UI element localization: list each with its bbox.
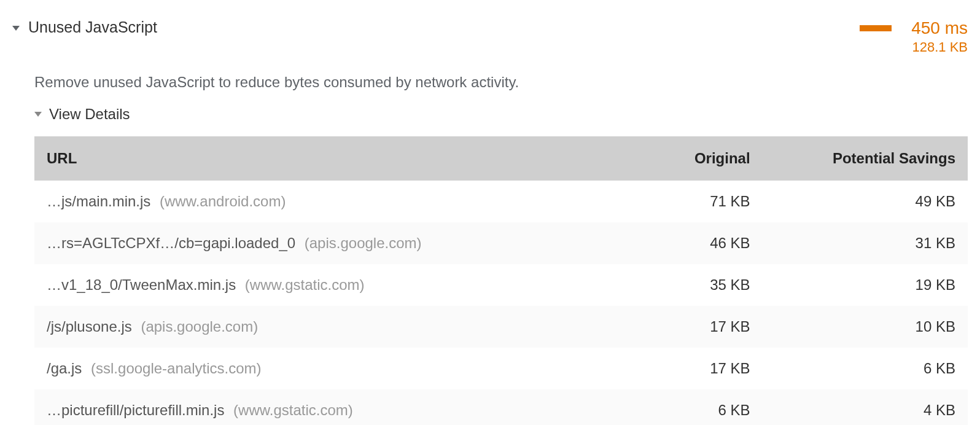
audit-panel: Unused JavaScript 450 ms 128.1 KB Remove… [12, 12, 968, 425]
cell-url: …picturefill/picturefill.min.js (www.gst… [34, 389, 594, 425]
cell-url: …rs=AGLTcCPXf…/cb=gapi.loaded_0 (apis.go… [34, 222, 594, 264]
cell-original: 6 KB [594, 389, 763, 425]
cell-url: /ga.js (ssl.google-analytics.com) [34, 348, 594, 389]
cell-savings: 6 KB [763, 348, 968, 389]
cell-savings: 31 KB [763, 222, 968, 264]
url-path[interactable]: …rs=AGLTcCPXf…/cb=gapi.loaded_0 [47, 235, 295, 251]
url-domain: (www.gstatic.com) [245, 276, 365, 293]
url-domain: (www.gstatic.com) [233, 402, 353, 418]
metric-size: 128.1 KB [912, 39, 968, 55]
url-path[interactable]: …picturefill/picturefill.min.js [47, 402, 224, 418]
audit-header-left: Unused JavaScript [12, 18, 157, 36]
cell-url: …v1_18_0/TweenMax.min.js (www.gstatic.co… [34, 264, 594, 306]
url-path[interactable]: /ga.js [47, 360, 82, 376]
cell-url: …js/main.min.js (www.android.com) [34, 181, 594, 222]
column-header-original[interactable]: Original [594, 136, 763, 181]
cell-original: 35 KB [594, 264, 763, 306]
url-domain: (ssl.google-analytics.com) [91, 360, 261, 376]
view-details-toggle[interactable]: View Details [34, 106, 968, 123]
url-path[interactable]: …v1_18_0/TweenMax.min.js [47, 276, 236, 293]
metric-time: 450 ms [911, 18, 968, 38]
url-domain: (www.android.com) [160, 193, 286, 209]
column-header-savings[interactable]: Potential Savings [763, 136, 968, 181]
cell-savings: 49 KB [763, 181, 968, 222]
view-details-label: View Details [49, 106, 130, 123]
audit-header[interactable]: Unused JavaScript 450 ms 128.1 KB [12, 12, 968, 63]
cell-original: 46 KB [594, 222, 763, 264]
url-path[interactable]: /js/plusone.js [47, 318, 132, 335]
details-table: URL Original Potential Savings …js/main.… [34, 136, 968, 425]
column-header-url[interactable]: URL [34, 136, 594, 181]
table-header-row: URL Original Potential Savings [34, 136, 968, 181]
audit-body: Remove unused JavaScript to reduce bytes… [12, 74, 968, 425]
caret-down-icon [12, 26, 20, 31]
table-row: …picturefill/picturefill.min.js (www.gst… [34, 389, 968, 425]
table-row: …v1_18_0/TweenMax.min.js (www.gstatic.co… [34, 264, 968, 306]
cell-original: 17 KB [594, 348, 763, 389]
audit-title: Unused JavaScript [28, 18, 157, 36]
cell-original: 17 KB [594, 306, 763, 348]
cell-savings: 4 KB [763, 389, 968, 425]
table-row: …js/main.min.js (www.android.com) 71 KB … [34, 181, 968, 222]
caret-down-icon [34, 112, 42, 117]
url-path[interactable]: …js/main.min.js [47, 193, 150, 209]
metric-line: 450 ms [860, 18, 968, 38]
url-domain: (apis.google.com) [305, 235, 422, 251]
cell-original: 71 KB [594, 181, 763, 222]
audit-header-right: 450 ms 128.1 KB [860, 18, 968, 55]
cell-savings: 10 KB [763, 306, 968, 348]
cell-url: /js/plusone.js (apis.google.com) [34, 306, 594, 348]
metric-bar-icon [860, 25, 892, 31]
url-domain: (apis.google.com) [141, 318, 258, 335]
cell-savings: 19 KB [763, 264, 968, 306]
table-row: /ga.js (ssl.google-analytics.com) 17 KB … [34, 348, 968, 389]
table-row: …rs=AGLTcCPXf…/cb=gapi.loaded_0 (apis.go… [34, 222, 968, 264]
table-row: /js/plusone.js (apis.google.com) 17 KB 1… [34, 306, 968, 348]
audit-description: Remove unused JavaScript to reduce bytes… [34, 74, 968, 91]
